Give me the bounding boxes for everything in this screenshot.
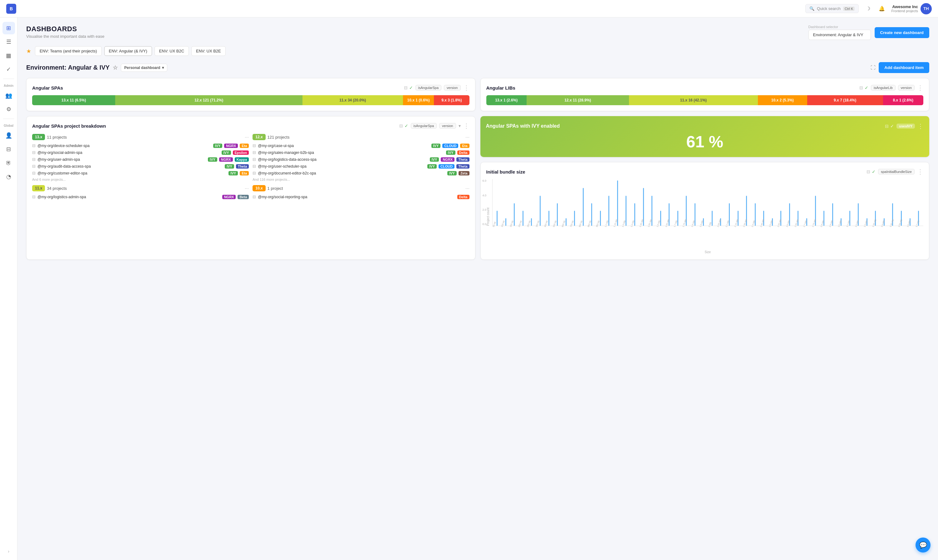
col-13x-menu-icon[interactable]: ⋯ [245,135,249,140]
sidebar-item-calendar[interactable]: ▦ [3,49,15,62]
widget-breakdown-check-icon[interactable]: ✓ [404,123,408,128]
dashboard-selector-value[interactable]: Environment: Angular & IVY [809,30,871,40]
widget-angular-spas: Angular SPAs ⊟ ✓ isAngularSpa version ⋮ … [26,78,475,111]
search-shortcut: Ctrl K [843,6,855,11]
widget-breakdown-table-icon[interactable]: ⊟ [399,123,403,128]
bundle-table-icon[interactable]: ⊟ [867,169,870,174]
widget-spas-menu-icon[interactable]: ⋮ [463,84,469,91]
chart-bar-wrap [493,180,501,226]
libs-v13: 13.x 1 (2.6%) [486,95,527,105]
tab-ux-b2e[interactable]: ENV: UX B2E [191,46,226,56]
y-tick-0: 0.0 [483,223,487,226]
col-12x-count: 121 projects [268,135,290,140]
chart-bar-wrap [588,180,596,226]
bundle-menu-icon[interactable]: ⋮ [917,168,923,175]
col-13x-badge: 13.x [32,134,45,140]
sidebar-expand-icon[interactable]: › [3,546,15,556]
chart-bar-wrap [622,180,630,226]
bundle-check-icon[interactable]: ✓ [872,169,876,174]
tab-ux-b2c[interactable]: ENV: UX B2C [155,46,189,56]
widget-libs-tag1: isAngularLib [871,85,895,91]
add-dashboard-item-button[interactable]: Add dashboard item [879,62,929,73]
spas-v12: 12.x 121 (71.2%) [115,95,303,105]
col-10x-menu-icon[interactable]: ⋯ [465,186,469,191]
sidebar-item-list[interactable]: ☰ [3,35,15,48]
chart-bar-wrap [639,180,648,226]
navbar: B 🔍 Quick search Ctrl K ☽ 🔔 Awesome Inc … [0,0,938,17]
ivy-check-icon[interactable]: ✓ [890,124,894,129]
widget-libs-menu-icon[interactable]: ⋮ [917,84,923,91]
list-item: ⊟ @my-org/user-admin-spa IVY NGRX Kappa [32,157,249,162]
libs-v10: 10.x 2 (5.3%) [758,95,807,105]
project-row-icon: ⊟ [32,164,35,169]
dark-mode-icon[interactable]: ☽ [864,5,872,13]
col-10x-count: 1 project [268,186,283,191]
search-icon: 🔍 [809,6,814,11]
sidebar-item-check[interactable]: ✓ [3,63,15,75]
col-11x-menu-icon[interactable]: ⋯ [245,186,249,191]
app-logo[interactable]: B [6,4,16,14]
chart-y-label: Project count [486,208,490,226]
user-section: Awesome Inc Frontend projects TH [891,3,932,14]
project-col-11x: 11.x 34 projects ⋯ ⊟ @my-org/logistics-a… [32,185,249,202]
page-title: DASHBOARDS [26,25,105,33]
widget-bundle-size: Initial bundle size ⊟ ✓ spaInitialBundle… [480,162,930,260]
widget-breakdown-tag1: isAngularSpa [411,123,437,129]
fullscreen-icon[interactable]: ⛶ [870,65,876,71]
spas-v11: 11.x 34 (20.0%) [303,95,403,105]
sidebar-item-admin-users[interactable]: 👥 [3,89,15,102]
chart-bar-wrap [527,180,536,226]
ivy-tag: usesIVY [896,124,915,129]
col-12x-menu-icon[interactable]: ⋯ [465,135,469,140]
chat-button[interactable]: 💬 [915,537,930,552]
list-item: ⊟ @my-org/user-scheduler-spa IVY CLOUD T… [252,164,469,169]
avatar[interactable]: TH [921,3,932,14]
widget-libs-table-icon[interactable]: ⊟ [860,85,863,90]
notifications-icon[interactable]: 🔔 [878,5,886,13]
sidebar-item-admin-settings[interactable]: ⚙ [3,103,15,115]
chart-bar-wrap [511,180,519,226]
widget-breakdown-menu-icon[interactable]: ⋮ [463,122,469,129]
col-12x-more: And 116 more projects... [252,178,469,182]
dashboard-selector-label: Dashboard selector [809,25,871,29]
ivy-table-icon[interactable]: ⊟ [885,124,889,129]
tab-angular-ivy[interactable]: ENV: Angular (& IVY) [104,46,152,56]
widget-spas-check-icon[interactable]: ✓ [409,85,413,90]
sidebar-item-global-users[interactable]: 👤 [3,129,15,142]
chart-bar-wrap [708,180,717,226]
sidebar-item-global-shield[interactable]: ⛨ [3,157,15,169]
list-item: ⊟ @my-org/device-scheduler-spa IVY NGRX … [32,143,249,148]
personal-dashboard-badge[interactable]: Personal dashboard ▾ [121,64,167,72]
chart-bar-wrap [519,180,527,226]
create-dashboard-button[interactable]: Create new dashboard [875,27,929,38]
spas-v13: 13.x 11 (6.5%) [32,95,115,105]
sidebar-item-global-table[interactable]: ⊟ [3,143,15,155]
widget-breakdown: Angular SPAs project breakdown ⊟ ✓ isAng… [26,116,475,260]
favorite-star-icon[interactable]: ★ [26,48,31,55]
widget-spas-tag2: version [444,85,460,91]
widget-spas-table-icon[interactable]: ⊟ [404,85,407,90]
chart-bar-wrap [665,180,673,226]
project-row-icon: ⊟ [32,171,35,175]
ivy-menu-icon[interactable]: ⋮ [917,122,924,130]
dashboard-area-header: Environment: Angular & IVY ☆ Personal da… [26,62,929,73]
project-col-12x: 12.x 121 projects ⋯ ⊟ @my-org/case-ui-sp… [252,134,469,182]
tabs-bar: ★ ENV: Teams (and their projects) ENV: A… [26,46,929,56]
widget-spas-tag1: isAngularSpa [415,85,441,91]
list-item: ⊟ @my-org/case-ui-spa IVY CLOUD Eta [252,143,469,148]
bundle-tag: spaInitialBundleSize [878,169,915,174]
tab-teams[interactable]: ENV: Teams (and their projects) [35,46,102,56]
widget-libs-check-icon[interactable]: ✓ [865,85,869,90]
chart-bar-wrap [691,180,699,226]
sidebar-item-dashboard[interactable]: ⊞ [3,22,15,34]
dashboard-selector-area: Dashboard selector Environment: Angular … [809,25,929,40]
breakdown-chevron-icon[interactable]: ▾ [458,123,461,128]
y-tick-2: 2.0 [483,208,487,211]
y-tick-6: 6.0 [483,179,487,182]
chart-bar-wrap [630,180,639,226]
dashboard-star-icon[interactable]: ☆ [113,64,118,71]
search-bar[interactable]: 🔍 Quick search Ctrl K [805,4,859,13]
sidebar-item-global-clock[interactable]: ◔ [3,171,15,183]
list-item: ⊟ @my-org/social-reporting-spa Delta [252,194,469,199]
chart-bar-wrap [545,180,553,226]
